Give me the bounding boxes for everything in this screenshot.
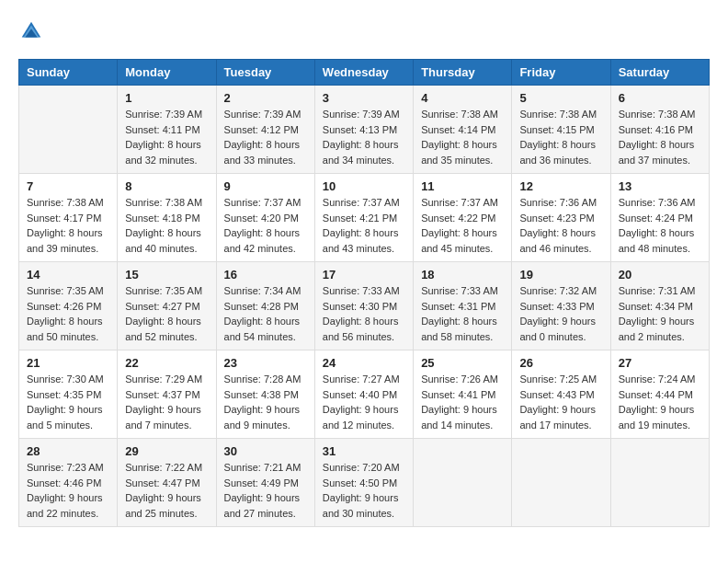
cell-info: Sunrise: 7:36 AM Sunset: 4:23 PM Dayligh…: [519, 195, 602, 256]
day-number: 18: [421, 268, 504, 282]
calendar-cell: 2Sunrise: 7:39 AM Sunset: 4:12 PM Daylig…: [216, 86, 314, 174]
calendar-cell: 7Sunrise: 7:38 AM Sunset: 4:17 PM Daylig…: [19, 174, 118, 262]
cell-info: Sunrise: 7:28 AM Sunset: 4:38 PM Dayligh…: [224, 372, 307, 432]
cell-info: Sunrise: 7:32 AM Sunset: 4:33 PM Dayligh…: [519, 283, 602, 344]
day-number: 3: [323, 91, 405, 105]
calendar-cell: 28Sunrise: 7:23 AM Sunset: 4:46 PM Dayli…: [19, 439, 118, 527]
calendar-cell: 19Sunrise: 7:32 AM Sunset: 4:33 PM Dayli…: [512, 262, 610, 350]
cell-info: Sunrise: 7:35 AM Sunset: 4:26 PM Dayligh…: [27, 283, 109, 344]
cell-info: Sunrise: 7:29 AM Sunset: 4:37 PM Dayligh…: [125, 372, 208, 432]
weekday-header-friday: Friday: [512, 60, 610, 86]
day-number: 21: [27, 356, 109, 370]
cell-info: Sunrise: 7:39 AM Sunset: 4:12 PM Dayligh…: [224, 107, 307, 167]
weekday-header-sunday: Sunday: [19, 60, 118, 86]
cell-info: Sunrise: 7:27 AM Sunset: 4:40 PM Dayligh…: [323, 372, 405, 432]
calendar-cell: 13Sunrise: 7:36 AM Sunset: 4:24 PM Dayli…: [610, 174, 709, 262]
cell-info: Sunrise: 7:39 AM Sunset: 4:13 PM Dayligh…: [323, 107, 405, 167]
calendar-cell: 12Sunrise: 7:36 AM Sunset: 4:23 PM Dayli…: [512, 174, 610, 262]
weekday-header-saturday: Saturday: [610, 60, 709, 86]
cell-info: Sunrise: 7:37 AM Sunset: 4:22 PM Dayligh…: [421, 195, 504, 256]
weekday-header-monday: Monday: [118, 60, 216, 86]
cell-info: Sunrise: 7:38 AM Sunset: 4:16 PM Dayligh…: [619, 107, 701, 167]
cell-info: Sunrise: 7:38 AM Sunset: 4:14 PM Dayligh…: [421, 107, 504, 167]
calendar-cell: 21Sunrise: 7:30 AM Sunset: 4:35 PM Dayli…: [19, 350, 118, 439]
calendar-cell: 11Sunrise: 7:37 AM Sunset: 4:22 PM Dayli…: [414, 174, 512, 262]
day-number: 1: [125, 91, 208, 105]
calendar-cell: 31Sunrise: 7:20 AM Sunset: 4:50 PM Dayli…: [314, 439, 413, 527]
day-number: 29: [125, 444, 208, 458]
calendar-table: SundayMondayTuesdayWednesdayThursdayFrid…: [18, 59, 710, 527]
cell-info: Sunrise: 7:37 AM Sunset: 4:21 PM Dayligh…: [323, 195, 405, 256]
cell-info: Sunrise: 7:38 AM Sunset: 4:18 PM Dayligh…: [125, 195, 208, 256]
day-number: 5: [519, 91, 602, 105]
day-number: 12: [519, 179, 602, 193]
day-number: 26: [519, 356, 602, 370]
calendar-cell: 4Sunrise: 7:38 AM Sunset: 4:14 PM Daylig…: [414, 86, 512, 174]
calendar-cell: 22Sunrise: 7:29 AM Sunset: 4:37 PM Dayli…: [118, 350, 216, 439]
calendar-row: 14Sunrise: 7:35 AM Sunset: 4:26 PM Dayli…: [19, 262, 710, 350]
day-number: 22: [125, 356, 208, 370]
calendar-cell: 23Sunrise: 7:28 AM Sunset: 4:38 PM Dayli…: [216, 350, 314, 439]
calendar-cell: 20Sunrise: 7:31 AM Sunset: 4:34 PM Dayli…: [610, 262, 709, 350]
day-number: 30: [224, 444, 307, 458]
weekday-header-tuesday: Tuesday: [216, 60, 314, 86]
day-number: 19: [519, 268, 602, 282]
calendar-cell: 6Sunrise: 7:38 AM Sunset: 4:16 PM Daylig…: [610, 86, 709, 174]
weekday-header-wednesday: Wednesday: [314, 60, 413, 86]
cell-info: Sunrise: 7:26 AM Sunset: 4:41 PM Dayligh…: [421, 372, 504, 432]
day-number: 16: [224, 268, 307, 282]
cell-info: Sunrise: 7:37 AM Sunset: 4:20 PM Dayligh…: [224, 195, 307, 256]
day-number: 7: [27, 179, 109, 193]
cell-info: Sunrise: 7:38 AM Sunset: 4:15 PM Dayligh…: [519, 107, 602, 167]
calendar-cell: 29Sunrise: 7:22 AM Sunset: 4:47 PM Dayli…: [118, 439, 216, 527]
calendar-cell: 24Sunrise: 7:27 AM Sunset: 4:40 PM Dayli…: [314, 350, 413, 439]
calendar-row: 7Sunrise: 7:38 AM Sunset: 4:17 PM Daylig…: [19, 174, 710, 262]
cell-info: Sunrise: 7:22 AM Sunset: 4:47 PM Dayligh…: [125, 460, 208, 521]
day-number: 11: [421, 179, 504, 193]
day-number: 31: [323, 444, 405, 458]
day-number: 14: [27, 268, 109, 282]
cell-info: Sunrise: 7:20 AM Sunset: 4:50 PM Dayligh…: [323, 460, 405, 521]
cell-info: Sunrise: 7:35 AM Sunset: 4:27 PM Dayligh…: [125, 283, 208, 344]
calendar-cell: 9Sunrise: 7:37 AM Sunset: 4:20 PM Daylig…: [216, 174, 314, 262]
cell-info: Sunrise: 7:34 AM Sunset: 4:28 PM Dayligh…: [224, 283, 307, 344]
calendar-header-row: SundayMondayTuesdayWednesdayThursdayFrid…: [19, 60, 710, 86]
calendar-cell: 14Sunrise: 7:35 AM Sunset: 4:26 PM Dayli…: [19, 262, 118, 350]
cell-info: Sunrise: 7:30 AM Sunset: 4:35 PM Dayligh…: [27, 372, 109, 432]
calendar-cell: [414, 439, 512, 527]
calendar-cell: 25Sunrise: 7:26 AM Sunset: 4:41 PM Dayli…: [414, 350, 512, 439]
calendar-cell: [610, 439, 709, 527]
weekday-header-thursday: Thursday: [414, 60, 512, 86]
logo: [18, 18, 48, 44]
cell-info: Sunrise: 7:33 AM Sunset: 4:30 PM Dayligh…: [323, 283, 405, 344]
calendar-cell: 5Sunrise: 7:38 AM Sunset: 4:15 PM Daylig…: [512, 86, 610, 174]
cell-info: Sunrise: 7:36 AM Sunset: 4:24 PM Dayligh…: [619, 195, 701, 256]
cell-info: Sunrise: 7:23 AM Sunset: 4:46 PM Dayligh…: [27, 460, 109, 521]
calendar-cell: 18Sunrise: 7:33 AM Sunset: 4:31 PM Dayli…: [414, 262, 512, 350]
calendar-cell: [19, 86, 118, 174]
calendar-cell: 10Sunrise: 7:37 AM Sunset: 4:21 PM Dayli…: [314, 174, 413, 262]
day-number: 6: [619, 91, 701, 105]
day-number: 15: [125, 268, 208, 282]
cell-info: Sunrise: 7:21 AM Sunset: 4:49 PM Dayligh…: [224, 460, 307, 521]
day-number: 28: [27, 444, 109, 458]
calendar-cell: 26Sunrise: 7:25 AM Sunset: 4:43 PM Dayli…: [512, 350, 610, 439]
cell-info: Sunrise: 7:39 AM Sunset: 4:11 PM Dayligh…: [125, 107, 208, 167]
cell-info: Sunrise: 7:38 AM Sunset: 4:17 PM Dayligh…: [27, 195, 109, 256]
day-number: 27: [619, 356, 701, 370]
day-number: 24: [323, 356, 405, 370]
cell-info: Sunrise: 7:25 AM Sunset: 4:43 PM Dayligh…: [519, 372, 602, 432]
calendar-cell: 8Sunrise: 7:38 AM Sunset: 4:18 PM Daylig…: [118, 174, 216, 262]
day-number: 17: [323, 268, 405, 282]
calendar-cell: 3Sunrise: 7:39 AM Sunset: 4:13 PM Daylig…: [314, 86, 413, 174]
cell-info: Sunrise: 7:24 AM Sunset: 4:44 PM Dayligh…: [619, 372, 701, 432]
page-header: [18, 18, 710, 44]
cell-info: Sunrise: 7:33 AM Sunset: 4:31 PM Dayligh…: [421, 283, 504, 344]
day-number: 20: [619, 268, 701, 282]
calendar-cell: [512, 439, 610, 527]
cell-info: Sunrise: 7:31 AM Sunset: 4:34 PM Dayligh…: [619, 283, 701, 344]
day-number: 2: [224, 91, 307, 105]
day-number: 25: [421, 356, 504, 370]
calendar-cell: 16Sunrise: 7:34 AM Sunset: 4:28 PM Dayli…: [216, 262, 314, 350]
calendar-row: 28Sunrise: 7:23 AM Sunset: 4:46 PM Dayli…: [19, 439, 710, 527]
